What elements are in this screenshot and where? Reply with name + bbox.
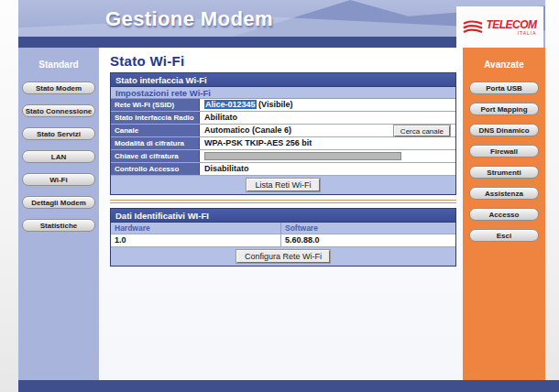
telecom-waves-icon (463, 20, 483, 35)
wifi-id-table: Dati Identificativi WI-FI Hardware Softw… (110, 208, 456, 267)
table-row-access-control: Controllo Accesso Disabilitato (111, 163, 455, 176)
sidebar-item-accesso[interactable]: Accesso (469, 208, 539, 221)
logo-country-text: ITALIA (486, 31, 536, 36)
sidebar-item-esci[interactable]: Esci (469, 229, 539, 242)
access-control-value: Disabilitato (200, 163, 455, 175)
sidebar-item-wifi[interactable]: Wi-Fi (22, 173, 95, 186)
app-header: Gestione Modem TELECOM ITALIA (18, 0, 545, 48)
sidebar-item-dettagli-modem[interactable]: Dettagli Modem (22, 196, 95, 209)
wifi-table-footer: Lista Reti Wi-Fi (111, 176, 455, 194)
row-label: Stato Interfaccia Radio (111, 112, 200, 124)
sidebar-item-porta-usb[interactable]: Porta USB (469, 82, 539, 94)
ssid-visibility-text: (Visibile) (257, 100, 293, 109)
row-label: Canale (111, 125, 200, 136)
channel-value-cell: Automatico (Canale 6)Cerca canale (200, 125, 455, 136)
configura-rete-wifi-button[interactable]: Configura Rete Wi-Fi (236, 250, 330, 263)
sidebar-item-stato-modem[interactable]: Stato Modem (22, 82, 95, 94)
sidebar-avanzate: Avanzate Porta USB Port Mapping DNS Dina… (463, 48, 545, 380)
id-table-footer: Configura Rete Wi-Fi (111, 247, 455, 266)
cerca-canale-button[interactable]: Cerca canale (394, 125, 450, 136)
section-divider (110, 200, 456, 203)
sidebar-standard-title: Standard (18, 48, 99, 70)
table-row-radio: Stato Interfaccia Radio Abilitato (111, 112, 455, 125)
sidebar-item-assistenza[interactable]: Assistenza (469, 187, 539, 200)
page-title: Stato Wi-Fi (110, 53, 463, 69)
footer-bar (18, 380, 559, 392)
lista-reti-wifi-button[interactable]: Lista Reti Wi-Fi (247, 179, 319, 191)
app-title: Gestione Modem (105, 7, 273, 31)
sidebar-standard: Standard Stato Modem Stato Connessione S… (18, 48, 99, 380)
masked-password-bar[interactable] (204, 152, 401, 160)
wifi-id-table-title: Dati Identificativi WI-FI (111, 209, 455, 223)
wifi-status-table-title: Stato interfaccia Wi-Fi (111, 73, 455, 87)
channel-value: Automatico (Canale 6) (204, 125, 291, 135)
main-content: Stato Wi-Fi Stato interfaccia Wi-Fi Impo… (99, 48, 463, 380)
id-table-values: 1.0 5.60.88.0 (111, 234, 455, 247)
table-row-encryption-key: Chiave di cifratura (111, 150, 455, 163)
header-navy-strip (18, 37, 456, 48)
sidebar-item-stato-servizi[interactable]: Stato Servizi (22, 127, 95, 140)
software-version-value: 5.60.88.0 (281, 234, 455, 246)
encryption-mode-value: WPA-PSK TKIP-AES 256 bit (200, 137, 455, 149)
row-label: Chiave di cifratura (111, 150, 200, 162)
row-label: Modalità di cifratura (111, 137, 200, 149)
column-header-software: Software (281, 223, 455, 234)
wifi-settings-section-title: Impostazioni rete Wi-Fi (111, 87, 455, 99)
sidebar-item-stato-connessione[interactable]: Stato Connessione (22, 104, 95, 117)
sidebar-item-statistiche[interactable]: Statistiche (22, 219, 95, 232)
sidebar-item-port-mapping[interactable]: Port Mapping (469, 103, 539, 115)
table-row-channel: Canale Automatico (Canale 6)Cerca canale (111, 125, 455, 137)
wifi-status-table: Stato interfaccia Wi-Fi Impostazioni ret… (110, 72, 456, 195)
sidebar-item-strumenti[interactable]: Strumenti (469, 166, 539, 179)
encryption-key-field[interactable] (200, 150, 455, 162)
table-row-ssid: Rete Wi-Fi (SSID) Alice-012345 (Visibile… (111, 99, 455, 112)
sidebar-item-lan[interactable]: LAN (22, 150, 95, 163)
ssid-field[interactable]: Alice-012345 (Visibile) (200, 99, 455, 111)
telecom-italia-logo: TELECOM ITALIA (456, 6, 543, 48)
sidebar-item-dns-dinamico[interactable]: DNS Dinamico (469, 124, 539, 136)
radio-status-value: Abilitato (200, 112, 455, 124)
column-header-hardware: Hardware (111, 223, 281, 234)
table-row-encryption-mode: Modalità di cifratura WPA-PSK TKIP-AES 2… (111, 137, 455, 150)
sidebar-avanzate-title: Avanzate (463, 48, 545, 70)
ssid-selected-text[interactable]: Alice-012345 (204, 100, 257, 109)
row-label: Controllo Accesso (111, 163, 200, 175)
hardware-version-value: 1.0 (111, 234, 281, 246)
sidebar-item-firewall[interactable]: Firewall (469, 145, 539, 158)
logo-brand-text: TELECOM (486, 19, 536, 30)
row-label: Rete Wi-Fi (SSID) (111, 99, 200, 111)
id-table-columns: Hardware Software (111, 223, 455, 234)
